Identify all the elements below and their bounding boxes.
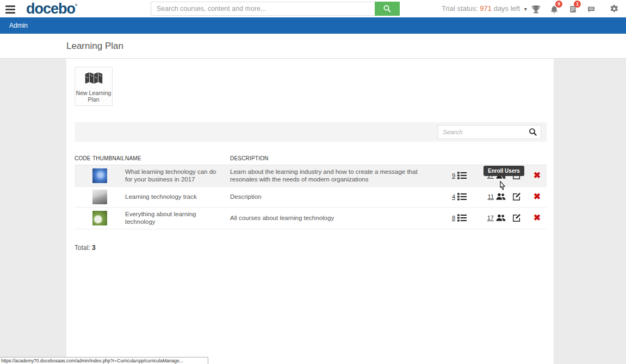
notifications-button[interactable]: 9 [545,3,563,16]
table-header-row: CODE THUMBNAIL NAME DESCRIPTION [75,152,547,165]
edit-plan-button[interactable] [506,192,528,201]
plan-name[interactable]: Learning technology track [125,193,230,200]
table-row: Learning technology track Description 4 … [75,187,547,208]
search-icon [383,4,392,13]
thumbnail-cell [92,190,125,204]
table-row: What learning technology can do for your… [75,165,547,187]
search-icon[interactable] [529,128,537,136]
page-title: Learning Plan [66,41,123,52]
settings-button[interactable] [606,2,623,15]
plan-description: Description [230,193,426,200]
edit-icon [512,192,521,201]
tasks-button[interactable]: 1 [563,3,582,16]
trial-days: 971 [480,4,492,12]
trial-label: Trial status: [442,4,478,12]
browser-status-bar: https://academy70.docebosaas.com/admin/i… [0,357,208,364]
plan-description: Learn about the learning industry and ho… [230,168,426,184]
course-list-icon[interactable] [457,172,467,179]
admin-bar-label: Admin [9,22,28,29]
delete-plan-button[interactable]: ✖ [534,171,541,180]
total-count: Total: 3 [75,244,96,252]
delete-plan-button[interactable]: ✖ [534,192,541,201]
docebo-logo[interactable]: docebo° [26,1,77,17]
users-icon[interactable] [496,193,506,200]
plan-name[interactable]: Everything about learning technology [125,210,230,226]
new-learning-plan-label: New Learning Plan [75,90,112,103]
global-search-input[interactable] [151,2,375,16]
logo-text: docebo [26,1,75,17]
plan-thumbnail [92,190,107,204]
col-header-description: DESCRIPTION [230,155,426,161]
col-header-thumbnail: THUMBNAIL [92,155,125,161]
assigned-courses-link[interactable]: 8 [426,214,467,222]
delete-plan-button[interactable]: ✖ [534,214,541,222]
plan-thumbnail [92,168,107,183]
logo-mark: ° [75,3,77,9]
tasks-badge: 1 [574,1,581,8]
assigned-courses-link[interactable]: 9 [426,172,467,179]
messages-button[interactable] [582,3,600,16]
trophy-icon [531,4,541,15]
enroll-users-link[interactable]: 17 [467,214,506,222]
top-bar: docebo° Trial status: 971 days left ▾ 9 … [0,0,626,17]
table-search [438,125,541,139]
enroll-users-link[interactable]: 11 [467,193,506,200]
global-search [151,2,400,16]
col-header-name: NAME [125,155,230,161]
learning-plan-icon [75,72,112,88]
learning-plans-table: CODE THUMBNAIL NAME DESCRIPTION What lea… [75,152,547,229]
table-search-input[interactable] [438,125,520,139]
admin-bar: Admin [0,17,626,34]
trial-suffix: days left [494,4,520,12]
edit-icon [512,214,521,222]
users-icon[interactable] [496,214,506,222]
gamification-trophy-button[interactable] [526,3,545,16]
hamburger-menu-icon[interactable] [5,4,16,14]
plan-thumbnail [92,211,107,225]
notifications-badge: 9 [555,1,562,8]
page-header: Learning Plan [0,34,626,59]
edit-plan-button[interactable] [506,214,528,222]
enroll-users-tooltip: Enroll Users [484,166,524,176]
thumbnail-cell [92,168,125,183]
trial-status-dropdown[interactable]: Trial status: 971 days left ▾ [442,4,527,12]
chat-icon [586,5,596,14]
gear-icon [610,4,619,14]
global-search-button[interactable] [375,2,400,16]
table-row: Everything about learning technology All… [75,208,547,229]
filter-band [75,122,547,142]
assigned-courses-link[interactable]: 4 [426,193,467,200]
plan-description: All courses about learning technology [230,214,426,222]
new-learning-plan-button[interactable]: New Learning Plan [75,67,113,106]
course-list-icon[interactable] [457,214,467,222]
content-panel: New Learning Plan CODE THUMBNAIL NAME DE… [66,59,554,364]
col-header-code: CODE [75,155,92,161]
plan-name[interactable]: What learning technology can do for your… [125,168,230,184]
course-list-icon[interactable] [457,193,467,200]
thumbnail-cell [92,211,125,225]
topbar-icons: 9 1 [526,2,600,16]
